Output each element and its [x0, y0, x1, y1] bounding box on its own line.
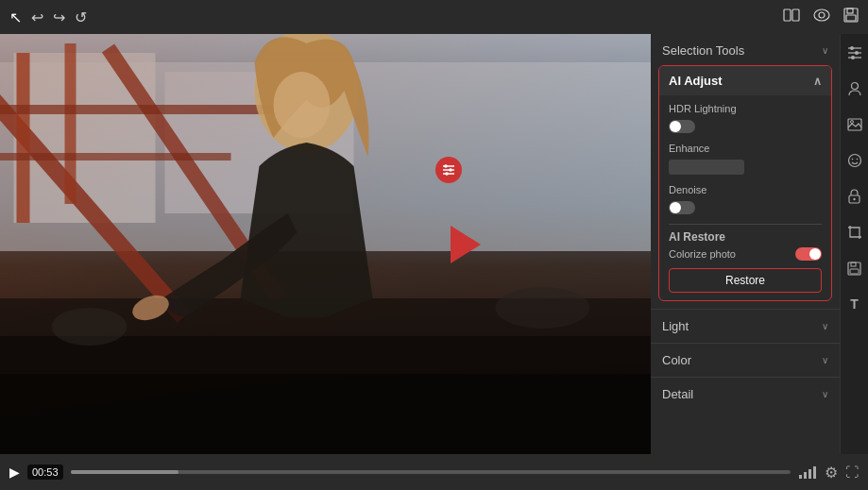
lock-icon-btn[interactable]	[843, 185, 866, 208]
hdr-toggle-row	[669, 120, 822, 133]
signal-icon	[798, 465, 817, 479]
adjustments-icon-btn[interactable]	[843, 42, 866, 64]
separator	[669, 224, 822, 225]
main-content: Selection Tools ∨ AI Adjust ∧ HDR Lightn…	[0, 34, 868, 454]
denoise-toggle[interactable]	[669, 201, 695, 214]
floppy-icon-btn[interactable]	[843, 257, 866, 279]
svg-rect-52	[813, 466, 816, 479]
colorize-toggle[interactable]	[795, 247, 822, 261]
light-chevron: ∨	[822, 321, 828, 331]
svg-rect-49	[799, 475, 802, 479]
timestamp-badge: 00:53	[27, 465, 63, 480]
split-view-button[interactable]	[783, 7, 800, 27]
canvas-area	[0, 34, 651, 454]
timeline-bar[interactable]	[71, 470, 791, 474]
color-label: Color	[662, 353, 691, 367]
svg-point-40	[850, 121, 853, 124]
color-chevron: ∨	[822, 355, 828, 365]
svg-point-33	[850, 46, 854, 50]
svg-point-38	[851, 83, 858, 90]
svg-point-29	[449, 168, 452, 172]
detail-chevron: ∨	[822, 389, 828, 399]
toolbar-left: ↖ ↩ ↪ ↺	[9, 8, 87, 26]
panel-icons: T	[840, 34, 868, 454]
svg-rect-5	[847, 8, 853, 13]
emoji-icon-btn[interactable]	[843, 149, 866, 172]
svg-point-31	[445, 172, 449, 176]
top-toolbar: ↖ ↩ ↪ ↺	[0, 0, 868, 34]
bottom-right-icons: ⚙ ⛶	[798, 464, 859, 482]
text-icon-btn[interactable]: T	[843, 293, 866, 315]
light-section[interactable]: Light ∨	[651, 309, 840, 343]
crop-icon-btn[interactable]	[843, 221, 866, 244]
svg-point-37	[851, 56, 855, 59]
ai-adjust-panel: AI Adjust ∧ HDR Lightning Enhance	[658, 65, 832, 301]
play-overlay-button[interactable]	[451, 226, 481, 263]
undo-button[interactable]: ↩	[31, 8, 43, 26]
play-button[interactable]: ▶	[9, 465, 20, 480]
svg-point-24	[52, 308, 128, 346]
ai-adjust-chevron: ∧	[813, 75, 822, 88]
ai-adjust-body: HDR Lightning Enhance Denoise	[659, 95, 831, 300]
text-icon: T	[850, 296, 859, 312]
light-label: Light	[662, 319, 689, 333]
cursor-icon: ↖	[9, 8, 22, 26]
svg-point-45	[853, 198, 855, 200]
fullscreen-button[interactable]: ⛶	[845, 465, 859, 480]
adjust-float-button[interactable]	[435, 157, 462, 183]
colorize-label: Colorize photo	[669, 248, 736, 260]
bottom-bar: ▶ 00:53 ⚙ ⛶	[0, 454, 868, 490]
denoise-label: Denoise	[669, 184, 822, 195]
redo-button[interactable]: ↪	[53, 8, 65, 26]
hdr-toggle-knob	[670, 121, 681, 132]
ai-adjust-header[interactable]: AI Adjust ∧	[659, 66, 831, 95]
refresh-button[interactable]: ↺	[75, 8, 87, 26]
selection-tools-header[interactable]: Selection Tools ∨	[651, 34, 840, 65]
svg-point-35	[855, 51, 859, 55]
svg-point-25	[496, 287, 590, 329]
colorize-row: Colorize photo	[669, 247, 822, 261]
restore-button[interactable]: Restore	[669, 268, 822, 293]
svg-rect-48	[850, 269, 859, 274]
right-side-panel: Selection Tools ∨ AI Adjust ∧ HDR Lightn…	[651, 34, 868, 454]
selection-tools-chevron: ∨	[822, 45, 828, 56]
building-svg	[0, 34, 651, 454]
timeline-progress	[71, 470, 179, 474]
photo-container	[0, 34, 651, 454]
detail-section[interactable]: Detail ∨	[651, 377, 840, 411]
image-icon-btn[interactable]	[843, 113, 866, 136]
settings-button[interactable]: ⚙	[825, 464, 838, 482]
right-panel: Selection Tools ∨ AI Adjust ∧ HDR Lightn…	[651, 34, 840, 454]
svg-point-41	[848, 155, 860, 167]
denoise-toggle-row	[669, 201, 822, 214]
svg-point-43	[856, 159, 858, 161]
svg-rect-0	[784, 9, 791, 21]
denoise-toggle-knob	[670, 202, 681, 213]
enhance-label: Enhance	[669, 143, 822, 154]
svg-rect-47	[851, 262, 856, 266]
svg-point-2	[814, 9, 829, 21]
ai-adjust-title: AI Adjust	[669, 74, 723, 88]
save-button[interactable]	[843, 8, 859, 26]
toolbar-right	[783, 7, 859, 27]
person-icon-btn[interactable]	[843, 77, 866, 100]
color-section[interactable]: Color ∨	[651, 343, 840, 377]
colorize-toggle-knob	[809, 248, 821, 260]
svg-rect-51	[808, 469, 811, 479]
app-container: ↖ ↩ ↪ ↺	[0, 0, 868, 490]
ai-restore-label: AI Restore	[669, 230, 822, 244]
detail-label: Detail	[662, 387, 693, 401]
svg-point-42	[851, 159, 853, 161]
svg-point-22	[274, 72, 331, 138]
svg-rect-1	[792, 9, 799, 21]
eye-button[interactable]	[813, 8, 830, 25]
svg-rect-23	[0, 374, 651, 454]
hdr-toggle[interactable]	[669, 120, 695, 133]
svg-rect-50	[804, 472, 807, 479]
svg-point-3	[819, 12, 825, 18]
svg-rect-6	[846, 15, 856, 21]
hdr-label: HDR Lightning	[669, 103, 822, 114]
svg-point-27	[444, 164, 448, 168]
enhance-control[interactable]	[669, 160, 744, 175]
selection-tools-label: Selection Tools	[662, 43, 744, 58]
